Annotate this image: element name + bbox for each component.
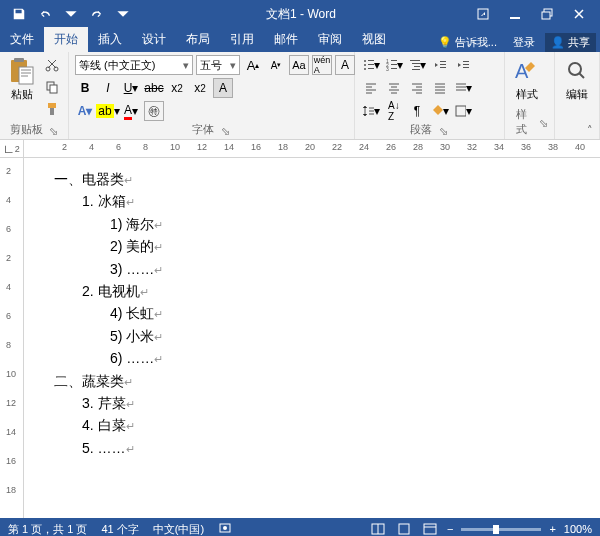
tab-mail[interactable]: 邮件 (264, 27, 308, 52)
font-size-value: 五号 (200, 58, 222, 73)
group-styles: A 样式 样式⬂ (505, 52, 555, 139)
tab-design[interactable]: 设计 (132, 27, 176, 52)
document-page[interactable]: 一、电器类↵1. 冰箱↵1) 海尔↵2) 美的↵3) ……↵2. 电视机↵4) … (24, 158, 600, 518)
tab-file[interactable]: 文件 (0, 27, 44, 52)
document-line[interactable]: 4. 白菜↵ (54, 414, 570, 436)
phonetic-guide-button[interactable]: wénA (312, 55, 332, 75)
macro-record-button[interactable] (218, 521, 232, 536)
restore-button[interactable] (532, 3, 562, 25)
zoom-out-button[interactable]: − (447, 523, 453, 535)
show-marks-button[interactable]: ¶ (407, 101, 427, 121)
bullets-button[interactable]: ▾ (361, 55, 381, 75)
copy-button[interactable] (42, 77, 62, 97)
char-border-button[interactable]: A (335, 55, 355, 75)
styles-button[interactable]: A 样式 (511, 55, 543, 104)
font-name-combo[interactable]: 等线 (中文正文)▾ (75, 55, 193, 75)
svg-rect-22 (391, 64, 397, 65)
save-button[interactable] (8, 3, 30, 25)
zoom-level[interactable]: 100% (564, 523, 592, 535)
cut-button[interactable] (42, 55, 62, 75)
grow-font-button[interactable]: A▴ (243, 55, 263, 75)
decrease-indent-button[interactable] (430, 55, 450, 75)
document-line[interactable]: 4) 长虹↵ (54, 302, 570, 324)
styles-launcher[interactable]: ⬂ (538, 117, 548, 127)
text-effects-button[interactable]: A▾ (75, 101, 95, 121)
read-mode-button[interactable] (369, 522, 387, 536)
align-right-button[interactable] (407, 78, 427, 98)
italic-button[interactable]: I (98, 78, 118, 98)
underline-button[interactable]: U▾ (121, 78, 141, 98)
vertical-ruler[interactable]: 24624681012141618 (0, 158, 24, 518)
document-line[interactable]: 5) 小米↵ (54, 325, 570, 347)
document-line[interactable]: 3. 芹菜↵ (54, 392, 570, 414)
format-painter-button[interactable] (42, 99, 62, 119)
document-line[interactable]: 1) 海尔↵ (54, 213, 570, 235)
horizontal-ruler[interactable]: ∟ 2 246810121416182022242628303234363840 (0, 140, 600, 158)
tab-selector[interactable]: ∟ 2 (0, 140, 24, 158)
document-line[interactable]: 2. 电视机↵ (54, 280, 570, 302)
sort-button[interactable]: A↓Z (384, 101, 404, 121)
redo-button[interactable] (86, 3, 108, 25)
highlight-button[interactable]: ab▾ (98, 101, 118, 121)
document-line[interactable]: 5. ……↵ (54, 437, 570, 459)
chevron-down-icon[interactable]: ▾ (179, 59, 189, 72)
chevron-down-icon[interactable]: ▾ (226, 59, 236, 72)
increase-indent-button[interactable] (453, 55, 473, 75)
char-shading-button[interactable]: A (213, 78, 233, 98)
collapse-ribbon[interactable]: ˄ (561, 123, 593, 137)
ribbon-display-options[interactable] (468, 3, 498, 25)
word-count[interactable]: 41 个字 (101, 522, 138, 537)
document-line[interactable]: 3) ……↵ (54, 258, 570, 280)
language-indicator[interactable]: 中文(中国) (153, 522, 204, 537)
font-size-combo[interactable]: 五号▾ (196, 55, 240, 75)
svg-text:3: 3 (386, 66, 389, 72)
login-button[interactable]: 登录 (507, 33, 541, 52)
minimize-button[interactable] (500, 3, 530, 25)
tab-references[interactable]: 引用 (220, 27, 264, 52)
line-spacing-button[interactable]: ▾ (361, 101, 381, 121)
multilevel-list-button[interactable]: ▾ (407, 55, 427, 75)
distributed-button[interactable]: ▾ (453, 78, 473, 98)
editing-button[interactable]: 编辑 (561, 55, 593, 104)
document-line[interactable]: 2) 美的↵ (54, 235, 570, 257)
document-line[interactable]: 1. 冰箱↵ (54, 190, 570, 212)
tab-view[interactable]: 视图 (352, 27, 396, 52)
tab-insert[interactable]: 插入 (88, 27, 132, 52)
page-indicator[interactable]: 第 1 页，共 1 页 (8, 522, 87, 537)
paste-button[interactable]: 粘贴 (6, 55, 38, 104)
justify-button[interactable] (430, 78, 450, 98)
numbering-button[interactable]: 123▾ (384, 55, 404, 75)
ruler-tick: 6 (116, 142, 121, 152)
shading-button[interactable]: ▾ (430, 101, 450, 121)
subscript-button[interactable]: x2 (167, 78, 187, 98)
change-case-button[interactable]: Aa (289, 55, 309, 75)
undo-button[interactable] (34, 3, 56, 25)
align-left-button[interactable] (361, 78, 381, 98)
borders-button[interactable]: ▾ (453, 101, 473, 121)
close-button[interactable] (564, 3, 594, 25)
tab-layout[interactable]: 布局 (176, 27, 220, 52)
tell-me[interactable]: 💡 告诉我... (432, 33, 503, 52)
qat-customize[interactable] (112, 3, 134, 25)
paragraph-launcher[interactable]: ⬂ (438, 125, 448, 135)
web-layout-button[interactable] (421, 522, 439, 536)
zoom-slider[interactable] (461, 528, 541, 531)
clipboard-launcher[interactable]: ⬂ (49, 125, 59, 135)
shrink-font-button[interactable]: A▾ (266, 55, 286, 75)
font-color-button[interactable]: A▾ (121, 101, 141, 121)
strikethrough-button[interactable]: abc (144, 78, 164, 98)
tab-home[interactable]: 开始 (44, 27, 88, 52)
qat-dropdown[interactable] (60, 3, 82, 25)
share-button[interactable]: 👤 共享 (545, 33, 596, 52)
tab-review[interactable]: 审阅 (308, 27, 352, 52)
document-line[interactable]: 6) ……↵ (54, 347, 570, 369)
enclose-char-button[interactable]: ㊕ (144, 101, 164, 121)
document-line[interactable]: 二、蔬菜类↵ (54, 370, 570, 392)
superscript-button[interactable]: x2 (190, 78, 210, 98)
zoom-in-button[interactable]: + (549, 523, 555, 535)
bold-button[interactable]: B (75, 78, 95, 98)
align-center-button[interactable] (384, 78, 404, 98)
document-line[interactable]: 一、电器类↵ (54, 168, 570, 190)
print-layout-button[interactable] (395, 522, 413, 536)
font-launcher[interactable]: ⬂ (220, 125, 230, 135)
